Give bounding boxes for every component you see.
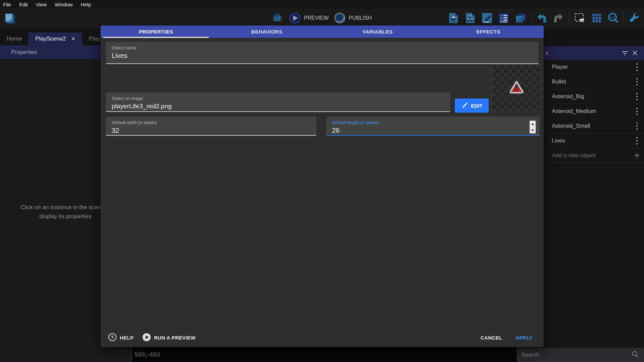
number-stepper[interactable]: [530, 121, 536, 133]
tab-variables[interactable]: VARIABLES: [322, 25, 433, 38]
tab-effects-label: EFFECTS: [476, 29, 500, 35]
default-height-field[interactable]: Default height (in pixels) 26: [326, 117, 540, 136]
tab-properties-label: PROPERTIES: [139, 29, 173, 35]
events-list-icon[interactable]: [497, 12, 510, 24]
apply-button[interactable]: APPLY: [516, 335, 533, 341]
edit-image-button[interactable]: EDIT: [455, 99, 489, 113]
search-icon: [631, 350, 639, 360]
kebab-menu-icon[interactable]: [634, 107, 640, 116]
menu-file[interactable]: File: [3, 2, 11, 7]
tab-play-label: Play: [89, 36, 100, 42]
default-width-value[interactable]: 32: [112, 127, 316, 134]
svg-text:?: ?: [111, 335, 114, 340]
dialog-tab-bar: PROPERTIES BEHAVIORS VARIABLES EFFECTS: [101, 25, 544, 38]
toolbar-separator: [624, 12, 624, 24]
help-icon: ?: [108, 333, 117, 343]
grid-icon[interactable]: [590, 12, 603, 24]
toolbar-separator: [531, 12, 531, 24]
scene-canvas-strip: 585;-453: [131, 347, 517, 362]
default-width-label: Default width (in pixels): [112, 120, 316, 125]
object-row-lives[interactable]: Lives: [544, 133, 644, 148]
menu-help[interactable]: Help: [81, 2, 91, 7]
undo-icon[interactable]: [535, 12, 548, 24]
object-row-asteroid-medium[interactable]: Asteroid_Medium: [544, 104, 644, 119]
publish-label: PUBLISH: [349, 15, 372, 21]
object-name: Asteroid_Big: [552, 93, 634, 100]
object-row-bullet[interactable]: Bullet: [544, 74, 644, 89]
editor-tab-bar: Home PlayScene2 ✕ Play: [0, 33, 107, 45]
settings-wrench-icon[interactable]: [628, 12, 641, 24]
publish-button[interactable]: PUBLISH: [333, 12, 372, 24]
object-row-asteroid-big[interactable]: Asteroid_Big: [544, 89, 644, 104]
object-row-player[interactable]: Player: [544, 60, 644, 74]
plus-icon: [634, 151, 640, 160]
objects-panel: s Player Bullet Asteroid_Big Asteroid_Me…: [544, 45, 644, 362]
kebab-menu-icon[interactable]: [634, 62, 640, 72]
filter-icon[interactable]: [620, 48, 630, 58]
preview-label: PREVIEW: [304, 15, 329, 21]
project-manager-icon[interactable]: [3, 12, 16, 24]
tab-playscene2-label: PlayScene2: [35, 36, 66, 42]
edit-scene-icon[interactable]: [481, 12, 493, 24]
zoom-1-1-icon[interactable]: 1:1: [607, 12, 620, 24]
close-panel-icon[interactable]: [630, 48, 640, 58]
tab-home-label: Home: [7, 36, 22, 42]
object-name-value[interactable]: Lives: [112, 52, 538, 60]
run-preview-play-icon: [142, 333, 151, 343]
edit-button-label: EDIT: [471, 103, 482, 109]
publish-globe-icon: [333, 12, 346, 24]
object-name: Bullet: [552, 78, 634, 85]
object-name-field[interactable]: Object name Lives: [106, 42, 538, 64]
default-height-label: Default height (in pixels): [332, 120, 540, 125]
menu-view[interactable]: View: [36, 2, 47, 7]
objects-panel-icon[interactable]: [447, 12, 460, 24]
kebab-menu-icon[interactable]: [634, 77, 640, 86]
close-tab-icon[interactable]: ✕: [71, 36, 75, 42]
object-properties-dialog: PROPERTIES BEHAVIORS VARIABLES EFFECTS O…: [101, 25, 544, 347]
add-object-label: Add a new object: [552, 152, 634, 159]
svg-text:1:1: 1:1: [610, 16, 614, 19]
object-name: Player: [552, 64, 634, 70]
dialog-footer: ? HELP RUN A PREVIEW CANCEL APPLY: [101, 333, 544, 343]
preview-play-icon: [288, 12, 301, 24]
objects-panel-title-partial: s: [545, 50, 548, 56]
run-preview-button[interactable]: RUN A PREVIEW: [142, 333, 196, 343]
menu-edit[interactable]: Edit: [19, 2, 28, 7]
cursor-coordinates: 585;-453: [135, 351, 160, 358]
layers-panel-icon[interactable]: [514, 12, 527, 24]
tab-playscene2[interactable]: PlayScene2 ✕: [29, 33, 82, 45]
default-width-field[interactable]: Default width (in pixels) 32: [106, 117, 316, 136]
tab-behaviors[interactable]: BEHAVIORS: [211, 25, 322, 38]
cancel-button[interactable]: CANCEL: [480, 335, 502, 341]
menu-bar: File Edit View Window Help: [0, 0, 644, 9]
default-height-value[interactable]: 26: [332, 127, 540, 134]
select-image-value[interactable]: playerLife3_red2.png: [112, 103, 450, 110]
run-preview-label: RUN A PREVIEW: [154, 335, 196, 341]
search-input[interactable]: [521, 352, 631, 358]
objects-panel-header: s: [544, 46, 644, 60]
select-image-field[interactable]: Select an image playerLife3_red2.png: [106, 93, 450, 112]
kebab-menu-icon[interactable]: [634, 121, 640, 131]
kebab-menu-icon[interactable]: [634, 92, 640, 101]
image-thumbnail[interactable]: [492, 64, 541, 111]
kebab-menu-icon[interactable]: [634, 136, 640, 145]
redo-icon[interactable]: [552, 12, 565, 24]
tab-properties[interactable]: PROPERTIES: [101, 25, 211, 38]
stepper-down-icon[interactable]: [531, 129, 534, 131]
stepper-up-icon[interactable]: [531, 123, 534, 125]
object-row-asteroid-small[interactable]: Asteroid_Small: [544, 119, 644, 133]
object-search-bar: [517, 348, 644, 362]
add-new-object-row[interactable]: Add a new object: [544, 148, 644, 163]
properties-panel-title: Properties: [11, 49, 37, 56]
tab-variables-label: VARIABLES: [363, 29, 393, 35]
brush-icon: [461, 102, 468, 110]
preview-button[interactable]: PREVIEW: [288, 12, 329, 24]
instances-panel-icon[interactable]: [464, 12, 477, 24]
ship-sprite-icon: [509, 80, 524, 95]
help-button[interactable]: ? HELP: [108, 333, 133, 343]
menu-window[interactable]: Window: [55, 2, 72, 7]
tab-home[interactable]: Home: [0, 33, 29, 45]
selection-mask-icon[interactable]: [573, 12, 586, 24]
tab-effects[interactable]: EFFECTS: [433, 25, 544, 38]
debugger-icon[interactable]: [271, 12, 284, 24]
